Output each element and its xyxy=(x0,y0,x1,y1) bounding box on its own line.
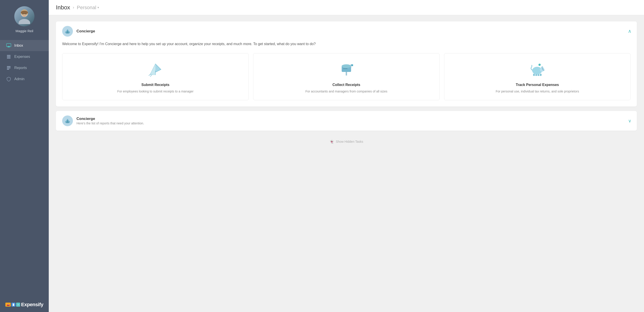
submit-receipts-title: Submit Receipts xyxy=(141,83,169,87)
svg-rect-45 xyxy=(66,122,69,122)
sidebar-footer: 🚗 ▐▌ ✈ Expensify xyxy=(2,297,47,312)
track-personal-title: Track Personal Expenses xyxy=(516,83,559,87)
svg-rect-9 xyxy=(7,55,10,56)
collect-receipts-icon xyxy=(338,60,355,78)
svg-point-33 xyxy=(541,66,543,69)
sidebar-item-expenses[interactable]: Expenses xyxy=(0,51,49,62)
sidebar-item-label-expenses: Expenses xyxy=(14,55,30,59)
svg-point-30 xyxy=(538,64,541,66)
inbox-icon xyxy=(6,43,11,48)
sidebar-item-label-admin: Admin xyxy=(14,77,24,81)
breadcrumb-chevron: › xyxy=(73,5,74,10)
svg-point-44 xyxy=(67,119,68,120)
svg-marker-20 xyxy=(150,64,156,75)
card2-collapse-button[interactable]: ∨ xyxy=(628,118,632,123)
breadcrumb-sub-label: Personal xyxy=(77,5,96,10)
svg-point-1 xyxy=(18,19,30,24)
option-track-personal[interactable]: Track Personal Expenses For personal use… xyxy=(444,53,630,100)
logo-text: Expensify xyxy=(21,302,43,308)
concierge-card-title: Concierge xyxy=(76,29,95,33)
submit-receipts-desc: For employees looking to submit receipts… xyxy=(118,89,194,94)
svg-point-36 xyxy=(543,70,544,70)
logo-car-icon: 🚗 xyxy=(5,303,11,307)
concierge-reports-card: Concierge Here's the list of reports tha… xyxy=(56,111,637,131)
sidebar-item-label-reports: Reports xyxy=(14,66,27,70)
show-hidden-tasks[interactable]: 👻 Show Hidden Tasks xyxy=(56,135,637,148)
sidebar-item-inbox[interactable]: Inbox xyxy=(0,40,49,51)
svg-rect-27 xyxy=(343,68,348,69)
option-submit-receipts[interactable]: Submit Receipts For employees looking to… xyxy=(62,53,249,100)
card1-collapse-button[interactable]: ∧ xyxy=(628,29,632,34)
svg-point-6 xyxy=(26,14,26,14)
logo-plane-icon: ✈ xyxy=(16,303,20,307)
page-header: Inbox › Personal ▾ xyxy=(49,0,644,15)
nav-menu: Inbox Expenses Reports xyxy=(0,40,49,85)
submit-receipts-icon xyxy=(146,60,164,78)
concierge-reports-title: Concierge xyxy=(76,117,144,121)
svg-point-4 xyxy=(21,11,28,14)
svg-rect-10 xyxy=(7,56,10,57)
svg-rect-18 xyxy=(66,33,69,33)
svg-rect-13 xyxy=(7,67,10,68)
track-personal-desc: For personal use, individual tax returns… xyxy=(496,89,579,94)
svg-rect-11 xyxy=(7,58,10,58)
svg-rect-14 xyxy=(7,69,9,70)
concierge-avatar xyxy=(62,26,73,37)
sidebar-item-reports[interactable]: Reports xyxy=(0,62,49,73)
svg-rect-28 xyxy=(350,64,351,68)
svg-rect-38 xyxy=(533,74,535,76)
options-row: Submit Receipts For employees looking to… xyxy=(62,53,630,100)
svg-rect-41 xyxy=(540,74,542,76)
collect-receipts-title: Collect Receipts xyxy=(332,83,360,87)
svg-point-17 xyxy=(67,29,68,31)
concierge-card-header: Concierge ∧ xyxy=(56,21,637,41)
logo-chart-icon: ▐▌ xyxy=(12,303,16,307)
user-avatar xyxy=(14,6,34,26)
admin-icon xyxy=(6,77,11,82)
collect-receipts-desc: For accountants and managers from compan… xyxy=(306,89,388,94)
reports-icon xyxy=(6,65,11,70)
svg-rect-12 xyxy=(7,66,10,67)
chevron-down-icon: ∨ xyxy=(628,118,632,123)
concierge-card-body: Welcome to Expensify! I'm Concierge and … xyxy=(56,41,637,107)
expenses-icon xyxy=(6,54,11,59)
sidebar-item-label-inbox: Inbox xyxy=(14,43,23,48)
svg-rect-39 xyxy=(535,74,537,76)
breadcrumb-personal[interactable]: Personal ▾ xyxy=(77,5,99,10)
concierge-welcome-card: Concierge ∧ Welcome to Expensify! I'm Co… xyxy=(56,21,637,107)
svg-point-26 xyxy=(342,64,351,68)
user-name-label: Maggie Reil xyxy=(16,29,33,33)
option-collect-receipts[interactable]: Collect Receipts For accountants and man… xyxy=(253,53,440,100)
page-title: Inbox xyxy=(56,4,70,11)
concierge-reports-subtitle: Here's the list of reports that need you… xyxy=(76,122,144,125)
track-personal-icon xyxy=(528,60,546,78)
welcome-message: Welcome to Expensify! I'm Concierge and … xyxy=(62,41,630,47)
svg-point-34 xyxy=(542,69,543,69)
concierge-avatar-2 xyxy=(62,116,73,126)
chevron-up-icon: ∧ xyxy=(628,28,632,34)
ghost-icon: 👻 xyxy=(330,140,334,144)
svg-rect-40 xyxy=(538,74,539,76)
sidebar: Maggie Reil Inbox Expenses xyxy=(0,0,49,312)
svg-rect-29 xyxy=(351,64,353,66)
concierge-reports-info: Concierge Here's the list of reports tha… xyxy=(76,117,144,125)
concierge-reports-header: Concierge Here's the list of reports tha… xyxy=(56,111,637,131)
svg-point-37 xyxy=(544,70,544,70)
show-hidden-label: Show Hidden Tasks xyxy=(336,140,363,143)
svg-rect-8 xyxy=(8,46,10,47)
main-content: Inbox › Personal ▾ Concierge xyxy=(49,0,644,312)
personal-dropdown-arrow[interactable]: ▾ xyxy=(98,6,99,9)
expensify-logo: 🚗 ▐▌ ✈ Expensify xyxy=(5,302,43,308)
svg-point-5 xyxy=(22,14,23,14)
sidebar-item-admin[interactable]: Admin xyxy=(0,73,49,85)
content-area: Concierge ∧ Welcome to Expensify! I'm Co… xyxy=(49,15,644,312)
